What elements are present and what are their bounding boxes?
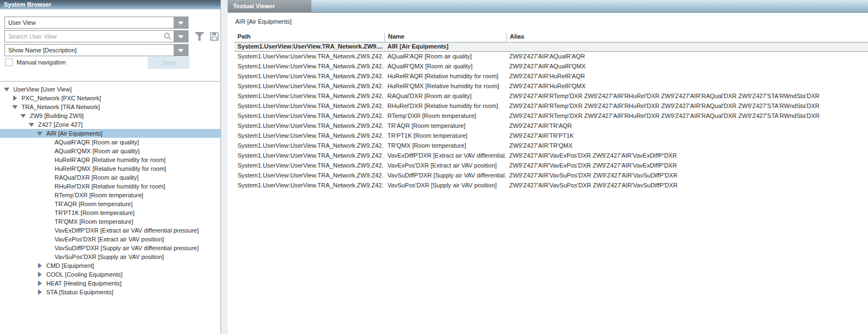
tree-item[interactable]: HuRelR'QMX [Relative humidity for room]: [0, 164, 220, 173]
tree-item-label: Z427 [Zone 427]: [38, 121, 83, 128]
filter-icon[interactable]: [194, 31, 205, 41]
tree-expander-icon[interactable]: [45, 219, 51, 225]
table-row[interactable]: System1.UserView:UserView.TRA_Network.ZW…: [234, 111, 868, 121]
cell-name: RHuRel'DXR [Relative humidity for room]: [384, 101, 506, 111]
tree-expander-icon[interactable]: [37, 131, 43, 137]
tree-expander-icon[interactable]: [45, 228, 51, 234]
column-header-name[interactable]: Name: [384, 33, 506, 42]
tree-item[interactable]: HEAT [Heating Equipments]: [0, 279, 220, 288]
cell-alias: ZW9'Z427'AIR'VavSuPos'DXR ZW9'Z427'AIR'V…: [506, 181, 868, 191]
tree-item[interactable]: TR'PT1K [Room temperature]: [0, 208, 220, 217]
tree-item[interactable]: UserView [User View]: [0, 85, 220, 94]
table-row[interactable]: System1.UserView:UserView.TRA_Network.ZW…: [234, 151, 868, 161]
tree-expander-icon[interactable]: [45, 201, 51, 207]
table-row[interactable]: System1.UserView:UserView.TRA_Network.ZW…: [234, 72, 868, 82]
tree-item-label: TRA_Network [TRA Network]: [21, 104, 100, 110]
tree-item[interactable]: RHuRel'DXR [Relative humidity for room]: [0, 182, 220, 191]
tree-item-label: HEAT [Heating Equipments]: [46, 280, 122, 287]
tree-item[interactable]: AQualR'AQR [Room air quality]: [0, 138, 220, 147]
tree-expander-icon[interactable]: [12, 95, 18, 101]
cell-alias: ZW9'Z427'AIR'RTemp'DXR ZW9'Z427'AIR'RHuR…: [506, 111, 868, 121]
tree-item-label: AQualR'AQR [Room air quality]: [55, 139, 139, 146]
tree-item[interactable]: HuRelR'AQR [Relative humidity for room]: [0, 155, 220, 164]
chevron-down-icon[interactable]: [174, 45, 188, 56]
tree-item[interactable]: AIR [Air Equipments]: [0, 129, 220, 138]
tree-item[interactable]: TR'AQR [Room temperature]: [0, 200, 220, 208]
tree-item[interactable]: Z427 [Zone 427]: [0, 120, 220, 129]
tree-item[interactable]: VavSuDiffP'DXR [Supply air VAV different…: [0, 244, 220, 252]
tree-expander-icon[interactable]: [45, 148, 51, 154]
tree-item-label: VavExPos'DXR [Extract air VAV position]: [55, 236, 164, 243]
chevron-down-icon[interactable]: [174, 17, 188, 28]
table-row[interactable]: System1.UserView:UserView.TRA_Network.ZW…: [234, 82, 868, 91]
tree-expander-icon[interactable]: [37, 263, 43, 269]
tree-expander-icon[interactable]: [45, 210, 51, 216]
manual-navigation-checkbox[interactable]: [5, 58, 13, 66]
tree-expander-icon[interactable]: [45, 245, 51, 251]
table-row[interactable]: System1.UserView:UserView.TRA_Network.ZW…: [234, 131, 868, 141]
tree-expander-icon[interactable]: [4, 87, 10, 93]
tree-expander-icon[interactable]: [45, 175, 51, 181]
cell-path: System1.UserView:UserView.TRA_Network.ZW…: [234, 91, 384, 101]
send-button[interactable]: Send: [148, 57, 190, 69]
search-input[interactable]: [5, 33, 163, 40]
tree-item-label: TR'PT1K [Room temperature]: [55, 209, 134, 216]
cell-alias: ZW9'Z427'AIR'TR'QMX: [506, 141, 868, 151]
tree-expander-icon[interactable]: [45, 166, 51, 172]
cell-path: System1.UserView:UserView.TRA_Network.ZW…: [234, 82, 384, 91]
tree-item[interactable]: VavExDiffP'DXR [Extract air VAV differen…: [0, 226, 220, 235]
tree-item[interactable]: PXC_Network [PXC Network]: [0, 94, 220, 103]
tree-item[interactable]: VavSuPos'DXR [Supply air VAV position]: [0, 252, 220, 261]
cell-alias: ZW9'Z427'AIR'VavExPos'DXR ZW9'Z427'AIR'V…: [506, 151, 868, 161]
table-row[interactable]: System1.UserView:UserView.TRA_Network.ZW…: [234, 91, 868, 101]
tree-item[interactable]: RAQual'DXR [Room air quality]: [0, 173, 220, 182]
tree-item[interactable]: RTemp'DXR [Room temperature]: [0, 191, 220, 200]
display-mode-selector[interactable]: Show Name [Description]: [4, 44, 188, 56]
table-row[interactable]: System1.UserView:UserView.TRA_Network.ZW…: [234, 121, 868, 131]
tree-expander-icon[interactable]: [37, 272, 43, 278]
tree-expander-icon[interactable]: [45, 157, 51, 163]
tree-item[interactable]: AQualR'QMX [Room air quality]: [0, 147, 220, 155]
tree-item-label: STA [Status Equipments]: [46, 289, 113, 295]
chevron-down-icon[interactable]: [174, 31, 188, 42]
tree-expander-icon[interactable]: [45, 192, 51, 198]
save-icon[interactable]: [209, 31, 220, 41]
viewer-content: AIR [Air Equipments] Path Name Alias Sys…: [228, 13, 868, 191]
tree-item[interactable]: STA [Status Equipments]: [0, 288, 220, 297]
tree-item[interactable]: ZW9 [Building ZW9]: [0, 111, 220, 120]
tree-expander-icon[interactable]: [29, 122, 35, 128]
table-row[interactable]: System1.UserView:UserView.TRA_Network.ZW…: [234, 181, 868, 191]
table-row[interactable]: System1.UserView:UserView.TRA_Network.ZW…: [234, 101, 868, 111]
tree-expander-icon[interactable]: [20, 113, 26, 119]
view-selector[interactable]: User View: [4, 17, 188, 29]
tree-expander-icon[interactable]: [37, 289, 43, 295]
table-row[interactable]: System1.UserView:UserView.TRA_Network.ZW…: [234, 52, 868, 62]
tree-item[interactable]: CMD [Equipment]: [0, 261, 220, 270]
table-row[interactable]: System1.UserView:UserView.TRA_Network.ZW…: [234, 161, 868, 171]
system-browser-panel: System Browser User View Show Name [Desc…: [0, 0, 221, 334]
column-header-path[interactable]: Path: [234, 33, 384, 42]
tree-item[interactable]: VavExPos'DXR [Extract air VAV position]: [0, 235, 220, 244]
tree-item[interactable]: TRA_Network [TRA Network]: [0, 103, 220, 111]
tree-item[interactable]: COOL [Cooling Equipments]: [0, 270, 220, 279]
cell-alias: ZW9'Z427'AIR'AQualR'AQR: [506, 52, 868, 62]
tree-expander-icon[interactable]: [12, 104, 18, 110]
tree-expander-icon[interactable]: [45, 254, 51, 260]
column-header-alias[interactable]: Alias: [506, 33, 868, 42]
cell-name: HuRelR'AQR [Relative humidity for room]: [384, 72, 506, 82]
table-row[interactable]: System1.UserView:UserView.TRA_Network.ZW…: [234, 42, 868, 52]
tree-item[interactable]: TR'QMX [Room temperature]: [0, 217, 220, 226]
table-row[interactable]: System1.UserView:UserView.TRA_Network.ZW…: [234, 171, 868, 181]
cell-path: System1.UserView:UserView.TRA_Network.ZW…: [234, 52, 384, 62]
table-row[interactable]: System1.UserView:UserView.TRA_Network.ZW…: [234, 141, 868, 151]
tree-expander-icon[interactable]: [45, 184, 51, 190]
cell-path: System1.UserView:UserView.TRA_Network.ZW…: [234, 62, 384, 72]
table-row[interactable]: System1.UserView:UserView.TRA_Network.ZW…: [234, 62, 868, 72]
tree-item-label: PXC_Network [PXC Network]: [21, 95, 101, 101]
tree-expander-icon[interactable]: [45, 139, 51, 146]
tree-expander-icon[interactable]: [45, 236, 51, 243]
cell-alias: ZW9'Z427'AIR'VavSuPos'DXR ZW9'Z427'AIR'V…: [506, 171, 868, 181]
cell-name: AQualR'AQR [Room air quality]: [384, 52, 506, 62]
tree-expander-icon[interactable]: [37, 281, 43, 287]
tab-textual-viewer[interactable]: Textual Viewer: [228, 0, 311, 13]
